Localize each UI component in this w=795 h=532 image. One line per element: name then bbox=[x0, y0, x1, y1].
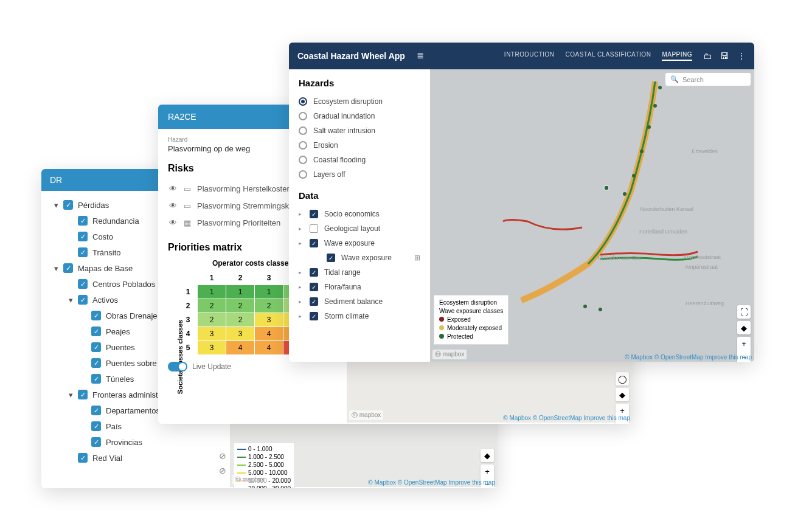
matrix-cell[interactable]: 1 bbox=[255, 285, 283, 299]
layer-tree-item[interactable]: ✓Red Vial bbox=[41, 450, 230, 466]
checkbox-icon[interactable] bbox=[310, 224, 318, 233]
expand-icon[interactable]: ▸ bbox=[299, 313, 304, 319]
checkbox-icon[interactable]: ✓ bbox=[63, 263, 73, 273]
matrix-cell[interactable]: 2 bbox=[226, 313, 254, 326]
data-layer-row[interactable]: ▸✓Wave exposure bbox=[299, 236, 420, 250]
nav-tab[interactable]: INTRODUCTION bbox=[504, 51, 555, 61]
nav-tab[interactable]: COASTAL CLASSIFICATION bbox=[566, 51, 651, 61]
data-layer-row[interactable]: ▸✓Socio economics bbox=[299, 207, 420, 221]
data-layer-row[interactable]: ▸✓Tidal range bbox=[299, 265, 420, 280]
search-box[interactable]: 🔍 Search bbox=[665, 73, 751, 86]
matrix-cell[interactable]: 2 bbox=[198, 313, 226, 326]
matrix-cell[interactable]: 1 bbox=[226, 285, 254, 299]
checkbox-icon[interactable]: ✓ bbox=[78, 216, 88, 226]
matrix-cell[interactable]: 3 bbox=[255, 313, 283, 326]
menu-icon[interactable]: ≡ bbox=[417, 50, 424, 63]
map-attribution[interactable]: © Mapbox © OpenStreetMap Improve this ma… bbox=[625, 354, 752, 361]
map-attribution[interactable]: © Mapbox © OpenStreetMap Improve this ma… bbox=[503, 415, 630, 421]
checkbox-icon[interactable]: ✓ bbox=[91, 342, 101, 352]
data-layer-row[interactable]: ▸Geological layout bbox=[299, 221, 420, 236]
checkbox-icon[interactable]: ✓ bbox=[78, 295, 88, 305]
hazard-option[interactable]: Salt water intrusion bbox=[299, 123, 420, 138]
save-icon[interactable]: 🖫 bbox=[720, 51, 729, 61]
data-layer-row[interactable]: ✓Wave exposure⊞ bbox=[299, 250, 420, 265]
matrix-cell[interactable]: 2 bbox=[198, 299, 226, 313]
map-layers-button[interactable]: ◆ bbox=[616, 388, 629, 401]
matrix-cell[interactable]: 3 bbox=[198, 341, 226, 354]
ra2ce-title: RA2CE bbox=[168, 112, 196, 122]
expand-icon[interactable]: ▸ bbox=[299, 269, 304, 275]
map-attribution[interactable]: © Mapbox © OpenStreetMap Improve this ma… bbox=[368, 479, 495, 486]
data-layer-row[interactable]: ▸✓Flora/fauna bbox=[299, 280, 420, 294]
checkbox-icon[interactable]: ✓ bbox=[91, 406, 101, 415]
hazard-option[interactable]: Ecosystem disruption bbox=[299, 94, 420, 109]
checkbox-icon[interactable]: ✓ bbox=[63, 200, 73, 210]
matrix-cell[interactable]: 2 bbox=[226, 299, 254, 313]
data-layer-row[interactable]: ▸✓Sediment balance bbox=[299, 294, 420, 309]
expand-icon[interactable]: ▸ bbox=[299, 226, 304, 232]
visibility-icon[interactable]: 👁 bbox=[168, 218, 178, 227]
zoom-in-icon[interactable]: + bbox=[481, 465, 494, 478]
layer-tree-item[interactable]: ✓Provincias bbox=[41, 434, 230, 450]
layer-label: Wave exposure bbox=[324, 239, 375, 247]
checkbox-icon[interactable]: ✓ bbox=[91, 358, 101, 368]
checkbox-icon[interactable]: ✓ bbox=[310, 239, 318, 247]
layer-label: Flora/fauna bbox=[324, 283, 361, 291]
checkbox-icon[interactable]: ✓ bbox=[91, 374, 101, 384]
more-icon[interactable]: ⋮ bbox=[737, 51, 746, 61]
checkbox-icon[interactable]: ✓ bbox=[78, 279, 88, 289]
expand-icon[interactable]: ▸ bbox=[299, 240, 304, 246]
settings-icon[interactable]: ⊞ bbox=[414, 254, 420, 262]
hazard-label: Layers off bbox=[313, 170, 345, 179]
hazard-option[interactable]: Layers off bbox=[299, 167, 420, 182]
matrix-cell[interactable]: 3 bbox=[198, 327, 226, 340]
checkbox-icon[interactable]: ✓ bbox=[310, 312, 318, 320]
map-style-button[interactable]: ◯ bbox=[616, 372, 629, 385]
checkbox-icon[interactable]: ✓ bbox=[310, 268, 318, 277]
layer-hide-icon[interactable]: ⊘ bbox=[219, 466, 229, 475]
data-layer-row[interactable]: ▸✓Storm climate bbox=[299, 309, 420, 323]
tree-item-label: Redundancia bbox=[92, 216, 139, 226]
hazard-label: Erosion bbox=[313, 141, 338, 150]
nav-tab[interactable]: MAPPING bbox=[662, 51, 692, 61]
layer-hide-icon[interactable]: ⊘ bbox=[219, 451, 229, 461]
checkbox-icon[interactable]: ✓ bbox=[78, 247, 88, 257]
checkbox-icon[interactable]: ✓ bbox=[91, 311, 101, 320]
radio-icon bbox=[299, 112, 307, 120]
layer-label: Geological layout bbox=[324, 224, 380, 233]
visibility-icon[interactable]: 👁 bbox=[168, 184, 178, 193]
checkbox-icon[interactable]: ✓ bbox=[91, 437, 101, 447]
checkbox-icon[interactable]: ✓ bbox=[91, 326, 101, 336]
checkbox-icon[interactable]: ✓ bbox=[78, 232, 88, 241]
checkbox-icon[interactable]: ✓ bbox=[327, 254, 335, 262]
matrix-cell[interactable]: 3 bbox=[226, 327, 254, 340]
matrix-cell[interactable]: 2 bbox=[255, 299, 283, 313]
checkbox-icon[interactable]: ✓ bbox=[78, 453, 88, 463]
matrix-cell[interactable]: 4 bbox=[255, 341, 283, 354]
svg-point-7 bbox=[583, 305, 587, 308]
folder-icon[interactable]: 🗀 bbox=[703, 51, 712, 61]
hazard-option[interactable]: Gradual inundation bbox=[299, 109, 420, 123]
matrix-cell[interactable]: 4 bbox=[255, 327, 283, 340]
expand-icon[interactable]: ▸ bbox=[299, 211, 304, 217]
checkbox-icon[interactable]: ✓ bbox=[310, 283, 318, 291]
live-update-toggle[interactable] bbox=[168, 362, 187, 371]
checkbox-icon[interactable]: ✓ bbox=[310, 210, 318, 218]
expand-icon[interactable]: ▸ bbox=[299, 299, 304, 305]
map-layers-button[interactable]: ◆ bbox=[481, 449, 494, 462]
matrix-cell[interactable]: 1 bbox=[198, 285, 226, 299]
hazard-option[interactable]: Erosion bbox=[299, 138, 420, 153]
expand-icon[interactable]: ▸ bbox=[299, 284, 304, 290]
hazard-option[interactable]: Coastal flooding bbox=[299, 153, 420, 167]
matrix-cell[interactable]: 4 bbox=[226, 341, 254, 354]
map-fullscreen[interactable]: ⛶ bbox=[737, 305, 751, 319]
live-update-row[interactable]: Live Update bbox=[168, 362, 337, 371]
checkbox-icon[interactable]: ✓ bbox=[310, 297, 318, 306]
checkbox-icon[interactable]: ✓ bbox=[91, 421, 101, 431]
coastal-map[interactable]: 🔍 Search Ertsvelden Noorderbuiten Kanaal… bbox=[430, 69, 754, 362]
zoom-in-icon[interactable]: + bbox=[737, 337, 751, 350]
checkbox-icon[interactable]: ✓ bbox=[78, 390, 88, 399]
visibility-icon[interactable]: 👁 bbox=[168, 201, 178, 210]
svg-point-0 bbox=[658, 86, 662, 89]
map-layers-button[interactable]: ◆ bbox=[737, 321, 751, 334]
